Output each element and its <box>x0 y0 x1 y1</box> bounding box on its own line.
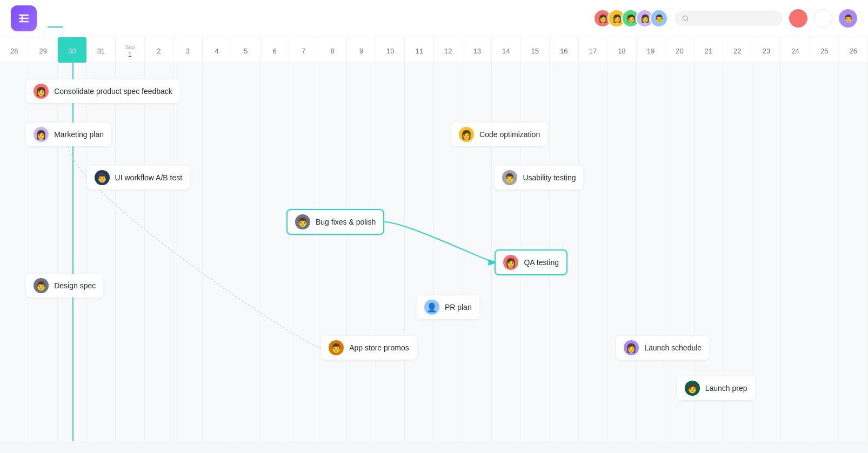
tab-forms[interactable] <box>123 18 138 28</box>
task-label-task-1: Consolidate product spec feedback <box>54 87 172 96</box>
task-avatar-task-12: 🧑 <box>685 381 700 396</box>
date-col-6: 6 <box>261 37 290 63</box>
today-line <box>72 63 74 441</box>
task-label-task-7: QA testing <box>524 258 559 267</box>
task-label-task-12: Launch prep <box>705 384 747 393</box>
task-avatar-task-8: 👨 <box>34 278 49 293</box>
avatars-group: 👩 👩 🧑 👩 👨 <box>593 9 668 28</box>
task-avatar-task-11: 👩 <box>624 340 639 355</box>
task-avatar-task-6: 👨 <box>502 170 517 185</box>
search-input[interactable] <box>693 14 775 23</box>
tab-timeline[interactable] <box>78 18 93 28</box>
date-col-22: 22 <box>723 37 752 63</box>
nav-tabs <box>48 18 153 27</box>
task-card-task-8[interactable]: 👨Design spec <box>26 274 103 298</box>
task-avatar-task-7: 👩 <box>503 255 518 270</box>
date-col-18: 18 <box>607 37 637 63</box>
date-col-28: 28 <box>0 37 29 63</box>
help-button[interactable] <box>814 9 832 28</box>
user-avatar: 👨 <box>839 9 857 28</box>
tasks-area: 👩Consolidate product spec feedback👩Marke… <box>0 63 868 441</box>
date-col-19: 19 <box>637 37 666 63</box>
task-avatar-task-4: 👨 <box>295 214 310 229</box>
task-label-task-10: App store promos <box>349 343 409 352</box>
date-col-3: 3 <box>173 37 203 63</box>
date-col-13: 13 <box>463 37 492 63</box>
date-col-11: 11 <box>405 37 434 63</box>
task-avatar-task-10: 👨 <box>329 340 344 355</box>
date-col-10: 10 <box>376 37 405 63</box>
date-col-9: 9 <box>347 37 376 63</box>
task-label-task-6: Usability testing <box>523 173 576 182</box>
task-card-task-10[interactable]: 👨App store promos <box>321 336 417 360</box>
task-card-task-9[interactable]: 👤PR plan <box>417 295 479 319</box>
task-avatar-task-1: 👩 <box>34 84 49 99</box>
grid-area: 👩Consolidate product spec feedback👩Marke… <box>0 63 868 441</box>
date-col-25: 25 <box>810 37 839 63</box>
task-label-task-4: Bug fixes & polish <box>316 218 376 226</box>
task-avatar-task-2: 👩 <box>34 127 49 142</box>
task-label-task-5: Code optimization <box>479 130 540 139</box>
task-label-task-3: UI workflow A/B test <box>115 173 182 182</box>
date-col-24: 24 <box>781 37 810 63</box>
date-col-2: 2 <box>145 37 174 63</box>
task-card-task-3[interactable]: 👨UI workflow A/B test <box>87 166 190 190</box>
task-avatar-task-5: 👩 <box>459 127 474 142</box>
tab-list[interactable] <box>48 18 63 28</box>
task-card-task-2[interactable]: 👩Marketing plan <box>26 123 111 146</box>
task-label-task-2: Marketing plan <box>54 130 104 139</box>
tab-more[interactable] <box>138 18 153 28</box>
date-col-17: 17 <box>579 37 608 63</box>
avatar-5: 👨 <box>650 9 668 28</box>
date-col-8: 8 <box>318 37 348 63</box>
task-card-task-11[interactable]: 👩Launch schedule <box>616 336 709 360</box>
search-bar[interactable] <box>675 11 783 26</box>
task-avatar-task-9: 👤 <box>424 300 439 315</box>
tab-progress[interactable] <box>108 18 123 28</box>
app-shell: 👩 👩 🧑 👩 👨 👨 28293031Sep12345678910111213… <box>0 0 868 442</box>
task-avatar-task-3: 👨 <box>95 170 110 185</box>
task-label-task-8: Design spec <box>54 281 96 290</box>
tab-board[interactable] <box>63 18 78 28</box>
date-ruler: 28293031Sep12345678910111213141516171819… <box>0 37 868 63</box>
task-card-task-12[interactable]: 🧑Launch prep <box>677 376 755 400</box>
task-card-task-7[interactable]: 👩QA testing <box>495 249 567 275</box>
tab-calendar[interactable] <box>93 18 108 28</box>
date-col-16: 16 <box>550 37 579 63</box>
add-button[interactable] <box>789 9 807 28</box>
header-right: 👩 👩 🧑 👩 👨 👨 <box>593 9 857 28</box>
date-col-30: 30 <box>58 37 87 63</box>
header: 👩 👩 🧑 👩 👨 👨 <box>0 0 868 37</box>
date-col-31: 31 <box>87 37 116 63</box>
app-icon <box>11 5 37 31</box>
task-label-task-9: PR plan <box>445 303 472 312</box>
date-col-14: 14 <box>492 37 521 63</box>
date-col-29: 29 <box>29 37 58 63</box>
date-col-23: 23 <box>752 37 782 63</box>
date-ruler-inner: 28293031Sep12345678910111213141516171819… <box>0 37 868 63</box>
timeline-container: 28293031Sep12345678910111213141516171819… <box>0 37 868 442</box>
date-col-7: 7 <box>289 37 318 63</box>
date-col-5: 5 <box>231 37 261 63</box>
search-icon <box>682 15 689 22</box>
task-card-task-5[interactable]: 👩Code optimization <box>451 123 547 146</box>
task-label-task-11: Launch schedule <box>644 343 702 352</box>
date-col-12: 12 <box>434 37 463 63</box>
date-col-15: 15 <box>521 37 550 63</box>
date-col-20: 20 <box>665 37 695 63</box>
task-card-task-4[interactable]: 👨Bug fixes & polish <box>286 209 384 235</box>
task-card-task-1[interactable]: 👩Consolidate product spec feedback <box>26 79 180 103</box>
date-col-26: 26 <box>839 37 868 63</box>
header-left <box>48 16 153 27</box>
date-col-4: 4 <box>203 37 232 63</box>
date-col-1: Sep1 <box>116 37 145 63</box>
date-col-21: 21 <box>695 37 724 63</box>
task-card-task-6[interactable]: 👨Usability testing <box>495 166 583 190</box>
